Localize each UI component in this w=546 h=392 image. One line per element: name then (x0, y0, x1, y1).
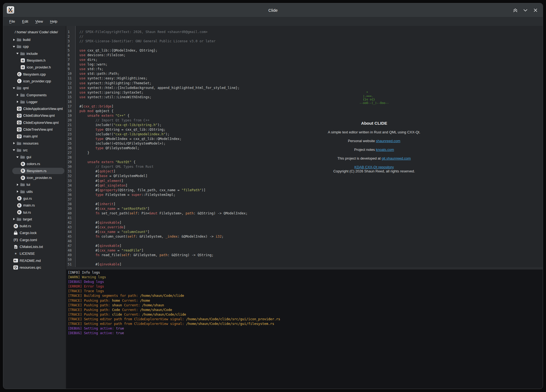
tree-item-icon-provider-cpp[interactable]: Cicon_provider.cpp (3, 78, 66, 85)
tree-item-label: cpp (23, 44, 29, 49)
tree-item-gui-rs[interactable]: Rgui.rs (3, 195, 66, 202)
tree-item-clideexplorerview-qml[interactable]: QtClideExplorerView.qml (3, 119, 66, 126)
tree-item-resources[interactable]: resources (3, 140, 66, 146)
tree-item-gui[interactable]: gui (3, 154, 66, 160)
tree-item-filesystem-h[interactable]: Hfilesystem.h (3, 57, 66, 64)
qt-file-icon: Qt (17, 121, 22, 125)
tree-item-cargo-toml[interactable]: [T]Cargo.toml (3, 237, 66, 243)
close-button[interactable] (532, 7, 538, 13)
tree-item-utils[interactable]: utils (3, 188, 66, 195)
menu-help[interactable]: Help (47, 19, 60, 24)
log-line: [TRACE] Pushing path: home Current: /hom… (68, 298, 543, 303)
link-git-shaunreed-com[interactable]: git.shaunreed.com (381, 156, 411, 160)
line-number: 30 (68, 164, 75, 169)
link-shaunreed-com[interactable]: shaunreed.com (376, 139, 401, 143)
tree-item-label: README.md (20, 259, 41, 263)
tree-item-readme-md[interactable]: M↓README.md (3, 257, 66, 264)
log-line: [TRACE] Pushing path: shaun Current: /ho… (68, 303, 543, 308)
code-line (79, 239, 543, 244)
tree-item-label: build.rs (20, 224, 31, 228)
code-line: use syntect::html::{IncludeBackground, a… (79, 86, 543, 90)
folder-icon (20, 52, 25, 55)
tree-item-tui[interactable]: tui (3, 181, 66, 188)
tree-item-label: include (26, 52, 38, 56)
code-line: fn column_count(self: &FileSystem, _inde… (79, 234, 543, 239)
code-line: use devicons::FileIcon; (79, 53, 543, 58)
tree-item-main-qml[interactable]: Qtmain.qml (3, 133, 66, 140)
markdown-file-icon: M↓ (13, 259, 18, 263)
code-line (79, 197, 543, 202)
tree-item-icon-provider-h[interactable]: Hicon_provider.h (3, 64, 66, 71)
code-line (79, 258, 543, 262)
tree-item-label: build (23, 38, 30, 42)
tree-item-components[interactable]: Components (3, 91, 66, 98)
tree-item-build[interactable]: build (3, 36, 66, 43)
tree-item-target[interactable]: target (3, 216, 66, 223)
line-number: 24 (68, 137, 75, 141)
title-bar: Clide (3, 3, 543, 17)
tree-item-colors-rs[interactable]: Rcolors.rs (3, 160, 66, 167)
tree-item-label: resources (23, 141, 38, 145)
qt-file-icon: Qt (13, 265, 18, 270)
tree-item-cpp[interactable]: cpp (3, 43, 66, 50)
window-controls (512, 3, 538, 17)
maximize-button[interactable] (512, 7, 518, 13)
line-number: 19 (68, 113, 75, 118)
tree-item-clidetreeview-qml[interactable]: QtClideTreeView.qml (3, 126, 66, 133)
link-knoats-com[interactable]: knoats.com (376, 148, 394, 152)
tree-item-main-rs[interactable]: Rmain.rs (3, 202, 66, 209)
tree-item-label: tui.rs (23, 210, 31, 214)
line-number: 43 (68, 225, 75, 230)
tree-item-include[interactable]: include (3, 50, 66, 57)
menu-bar: FileEditViewHelp (3, 17, 543, 26)
tree-item-logger[interactable]: Logger (3, 98, 66, 105)
minimize-button[interactable] (522, 7, 528, 13)
chevron-right-icon (16, 190, 19, 193)
chevron-right-icon (16, 100, 19, 103)
chevron-down-icon (13, 87, 15, 89)
tree-item-tui-rs[interactable]: Rtui.rs (3, 209, 66, 216)
tree-item-clideeditorview-qml[interactable]: QtClideEditorView.qml (3, 112, 66, 119)
line-number: 12 (68, 81, 75, 86)
log-line: [TRACE] Pushing path: clide Current: /ho… (68, 312, 543, 317)
cpp-file-icon: C (17, 79, 22, 83)
link-kdab-cxx-qt-repository[interactable]: KDAB CXX-Qt repository (354, 165, 394, 169)
chevron-down-icon (16, 156, 19, 158)
chevron-right-icon (16, 183, 19, 186)
folder-icon (20, 190, 25, 193)
tree-item-icon-provider-rs[interactable]: Ricon_provider.rs (3, 174, 66, 181)
chevron-right-icon (16, 94, 19, 96)
tree-item-resources-qrc[interactable]: Qtresources.qrc (3, 264, 66, 271)
tree-item-label: Cargo.lock (20, 231, 37, 235)
log-line: [TRACE] Building segments for path: /hom… (68, 294, 543, 298)
tree-item-build-rs[interactable]: Rbuild.rs (3, 223, 66, 229)
tree-item-label: target (23, 217, 32, 221)
code-line: #[cxx_name = "columnCount"] (79, 230, 543, 234)
tree-item-cmakelists-txt[interactable]: CMakeLists.txt (3, 243, 66, 250)
menu-file[interactable]: File (7, 19, 17, 24)
tree-item-qml[interactable]: qml (3, 85, 66, 91)
tree-item-license[interactable]: ✶LICENSE (3, 250, 66, 257)
horizontal-splitter[interactable] (66, 267, 543, 270)
rust-file-icon: R (17, 203, 22, 208)
rust-file-icon: R (21, 169, 25, 173)
folder-icon (17, 148, 21, 152)
tree-item-src[interactable]: src (3, 147, 66, 154)
code-line: use cxx_qt_lib::{QModelIndex, QString}; (79, 48, 543, 53)
tree-item-filesystem-rs[interactable]: Rfilesystem.rs (3, 167, 66, 174)
about-description: A simple text editor written in Rust and… (292, 130, 456, 134)
code-line: #[qinvokable] (79, 262, 543, 267)
line-number: 35 (68, 188, 75, 193)
menu-view[interactable]: View (33, 19, 45, 24)
menu-edit[interactable]: Edit (20, 19, 31, 24)
tree-item-clideapplicationview-qml[interactable]: QtClideApplicationView.qml (3, 105, 66, 112)
tree-item-cargo-lock[interactable]: Cargo.lock (3, 229, 66, 236)
log-panel[interactable]: [INFO] Info logs[WARN] Warning logs[DEBU… (66, 270, 543, 389)
qt-file-icon: Qt (17, 134, 22, 139)
tree-item-filesystem-cpp[interactable]: Cfilesystem.cpp (3, 71, 66, 77)
code-line (79, 44, 543, 48)
code-line (79, 267, 543, 267)
qt-file-icon: Qt (17, 127, 22, 131)
folder-icon (17, 45, 21, 48)
tree-item-label: icon_provider.rs (27, 176, 52, 180)
